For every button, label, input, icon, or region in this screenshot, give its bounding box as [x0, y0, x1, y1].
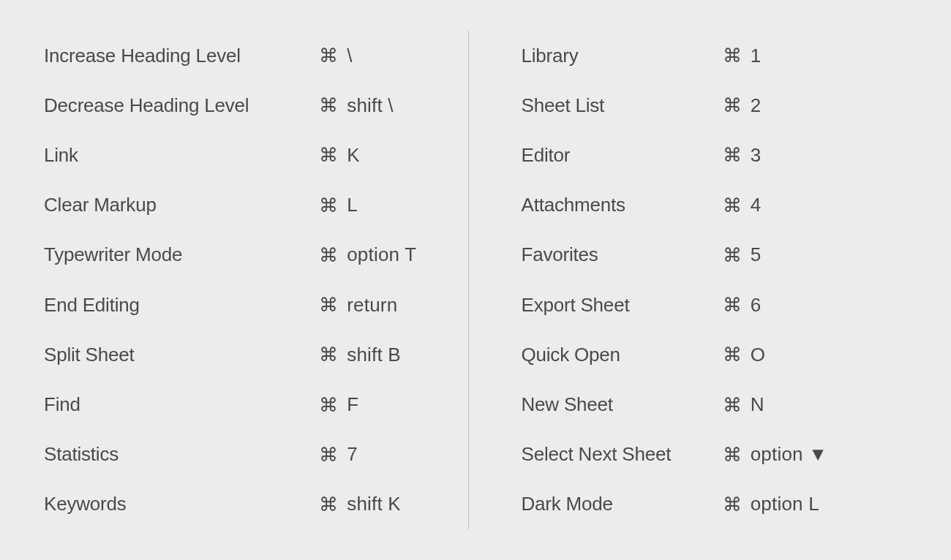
shortcut-label: Find	[44, 393, 319, 416]
shortcut-keys: ⌘ shift K	[319, 493, 401, 515]
shortcut-keys: ⌘ \	[319, 45, 353, 67]
shortcut-keys: ⌘ shift \	[319, 94, 394, 117]
shortcut-key: option L	[751, 493, 819, 515]
shortcut-row: Dark Mode ⌘ option L	[522, 480, 917, 529]
shortcut-row: Favorites ⌘ 5	[522, 230, 917, 280]
cmd-icon: ⌘	[723, 96, 742, 115]
shortcut-keys: ⌘ 4	[723, 194, 762, 216]
shortcut-row: Attachments ⌘ 4	[522, 181, 917, 230]
shortcut-key: option T	[347, 243, 416, 266]
shortcut-reference: Increase Heading Level ⌘ \ Decrease Head…	[0, 0, 951, 560]
shortcut-keys: ⌘ option T	[319, 243, 416, 266]
cmd-icon: ⌘	[319, 396, 338, 415]
shortcut-row: Increase Heading Level ⌘ \	[44, 31, 439, 80]
shortcut-key: 3	[751, 144, 762, 167]
shortcut-keys: ⌘ 1	[723, 45, 762, 67]
shortcut-key: F	[347, 393, 358, 416]
shortcut-label: Keywords	[44, 493, 319, 515]
shortcut-row: Select Next Sheet ⌘ option ▼	[522, 430, 917, 480]
shortcut-key: 5	[751, 243, 762, 266]
shortcut-label: End Editing	[44, 294, 319, 317]
shortcut-row: Typewriter Mode ⌘ option T	[44, 230, 439, 280]
shortcut-row: Split Sheet ⌘ shift B	[44, 330, 439, 379]
shortcut-key: 7	[347, 443, 358, 466]
shortcut-keys: ⌘ option L	[723, 493, 819, 515]
shortcut-label: Link	[44, 144, 319, 167]
shortcut-key: return	[347, 294, 397, 317]
shortcut-keys: ⌘ L	[319, 194, 358, 216]
cmd-icon: ⌘	[319, 145, 338, 164]
shortcut-label: Dark Mode	[522, 493, 723, 515]
cmd-icon: ⌘	[319, 495, 338, 514]
shortcut-label: Favorites	[522, 243, 723, 266]
shortcut-keys: ⌘ N	[723, 393, 764, 416]
shortcut-row: Editor ⌘ 3	[522, 130, 917, 180]
shortcut-key: 6	[751, 294, 762, 317]
shortcut-key: \	[347, 45, 352, 67]
shortcut-label: Increase Heading Level	[44, 45, 319, 67]
shortcut-key: 2	[751, 94, 762, 117]
shortcut-keys: ⌘ 3	[723, 144, 762, 167]
cmd-icon: ⌘	[723, 145, 742, 164]
shortcut-keys: ⌘ 7	[319, 443, 358, 466]
cmd-icon: ⌘	[319, 345, 338, 364]
shortcut-row: Find ⌘ F	[44, 380, 439, 430]
shortcut-key: N	[751, 393, 764, 416]
cmd-icon: ⌘	[319, 96, 338, 115]
cmd-icon: ⌘	[723, 495, 742, 514]
cmd-icon: ⌘	[319, 46, 338, 65]
shortcut-keys: ⌘ option ▼	[723, 443, 828, 466]
shortcut-label: Sheet List	[522, 94, 723, 117]
shortcut-label: Statistics	[44, 443, 319, 466]
shortcut-row: Quick Open ⌘ O	[522, 330, 917, 379]
shortcut-label: Clear Markup	[44, 194, 319, 216]
shortcut-label: New Sheet	[522, 393, 723, 416]
shortcut-row: New Sheet ⌘ N	[522, 380, 917, 430]
shortcut-key: shift \	[347, 94, 394, 117]
cmd-icon: ⌘	[319, 246, 338, 265]
cmd-icon: ⌘	[723, 246, 742, 265]
shortcut-row: End Editing ⌘ return	[44, 280, 439, 330]
shortcut-key: L	[347, 194, 358, 216]
shortcut-row: Keywords ⌘ shift K	[44, 480, 439, 529]
right-column: Library ⌘ 1 Sheet List ⌘ 2 Editor ⌘ 3 At…	[469, 31, 917, 529]
shortcut-label: Decrease Heading Level	[44, 94, 319, 117]
cmd-icon: ⌘	[723, 445, 742, 464]
shortcut-row: Decrease Heading Level ⌘ shift \	[44, 80, 439, 130]
left-column: Increase Heading Level ⌘ \ Decrease Head…	[44, 31, 468, 529]
shortcut-label: Editor	[522, 144, 723, 167]
shortcut-row: Link ⌘ K	[44, 130, 439, 180]
shortcut-row: Statistics ⌘ 7	[44, 430, 439, 480]
shortcut-keys: ⌘ O	[723, 344, 766, 366]
shortcut-keys: ⌘ K	[319, 144, 360, 167]
shortcut-label: Typewriter Mode	[44, 243, 319, 266]
shortcut-row: Clear Markup ⌘ L	[44, 181, 439, 230]
shortcut-key: shift B	[347, 344, 401, 366]
shortcut-key: option ▼	[751, 443, 827, 466]
shortcut-row: Export Sheet ⌘ 6	[522, 280, 917, 330]
cmd-icon: ⌘	[319, 196, 338, 215]
shortcut-keys: ⌘ 2	[723, 94, 762, 117]
shortcut-keys: ⌘ shift B	[319, 344, 401, 366]
cmd-icon: ⌘	[319, 295, 338, 314]
shortcut-keys: ⌘ F	[319, 393, 358, 416]
cmd-icon: ⌘	[723, 46, 742, 65]
shortcut-key: 4	[751, 194, 762, 216]
cmd-icon: ⌘	[723, 295, 742, 314]
cmd-icon: ⌘	[723, 345, 742, 364]
shortcut-label: Split Sheet	[44, 344, 319, 366]
shortcut-keys: ⌘ 5	[723, 243, 762, 266]
cmd-icon: ⌘	[723, 396, 742, 415]
shortcut-label: Library	[522, 45, 723, 67]
shortcut-row: Sheet List ⌘ 2	[522, 80, 917, 130]
shortcut-label: Quick Open	[522, 344, 723, 366]
shortcut-label: Attachments	[522, 194, 723, 216]
shortcut-label: Select Next Sheet	[522, 443, 723, 466]
shortcut-key: K	[347, 144, 360, 167]
cmd-icon: ⌘	[723, 196, 742, 215]
cmd-icon: ⌘	[319, 445, 338, 464]
shortcut-row: Library ⌘ 1	[522, 31, 917, 80]
shortcut-key: shift K	[347, 493, 401, 515]
shortcut-key: O	[751, 344, 765, 366]
shortcut-keys: ⌘ return	[319, 294, 397, 317]
